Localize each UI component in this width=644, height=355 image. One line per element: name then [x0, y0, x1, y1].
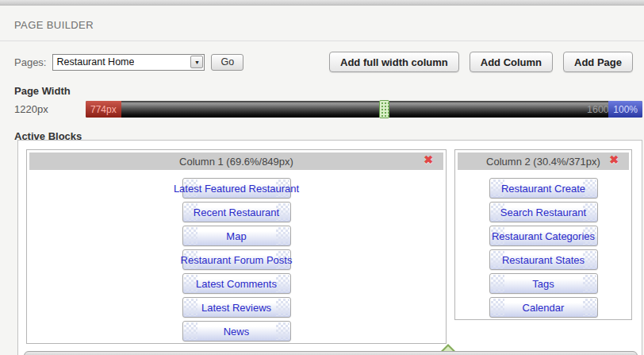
- block-label: Restaurant Forum Posts: [181, 254, 293, 266]
- block-latest-reviews[interactable]: Latest Reviews: [182, 297, 291, 318]
- pages-label: Pages:: [14, 56, 46, 68]
- page-width-label: Page Width: [14, 85, 644, 97]
- drag-grip-icon: [276, 322, 289, 340]
- current-page-width: 1220px: [14, 103, 86, 115]
- block-label: Latest Featured Restaurant: [174, 183, 299, 195]
- column-2-header: Column 2 (30.4%/371px)✖: [458, 152, 629, 170]
- drag-grip-icon: [491, 275, 504, 292]
- remove-column-icon[interactable]: ✖: [424, 154, 433, 165]
- drag-grip-icon: [184, 227, 197, 245]
- drag-grip-icon: [276, 227, 289, 245]
- block-label: Latest Reviews: [201, 302, 271, 314]
- block-label: Restaurant Create: [501, 183, 585, 195]
- block-label: Calendar: [523, 302, 565, 314]
- chevron-down-icon[interactable]: ▼: [190, 56, 203, 68]
- block-search-restaurant[interactable]: Search Restaurant: [489, 202, 598, 222]
- drag-grip-icon: [583, 251, 596, 268]
- block-calendar[interactable]: Calendar: [489, 297, 598, 318]
- page-width-slider-row: 1220px 774px 1600px 100%: [0, 101, 644, 118]
- drag-grip-icon: [276, 299, 289, 316]
- active-blocks-container: Column 1 (69.6%/849px)✖Latest Featured R…: [17, 140, 642, 355]
- drag-grip-icon: [184, 322, 197, 340]
- column-actions: Add full width column Add Column Add Pag…: [329, 52, 633, 72]
- pages-select[interactable]: Restaurant Home ▼: [52, 54, 205, 71]
- block-restaurant-forum-posts[interactable]: Restaurant Forum Posts: [182, 249, 291, 270]
- top-toolbar-strip: [0, 0, 644, 6]
- block-list: Latest Featured RestaurantRecent Restaur…: [29, 178, 443, 341]
- drag-grip-icon: [583, 275, 596, 292]
- block-restaurant-categories[interactable]: Restaurant Categories: [489, 226, 598, 246]
- block-label: News: [224, 326, 250, 338]
- column-1: Column 1 (69.6%/849px)✖Latest Featured R…: [26, 149, 447, 344]
- page-title: PAGE BUILDER: [14, 19, 644, 31]
- block-recent-restaurant[interactable]: Recent Restaurant: [182, 202, 291, 222]
- column-resize-bar[interactable]: [24, 351, 638, 355]
- add-column-button[interactable]: Add Column: [470, 52, 553, 72]
- percent-badge: 100%: [608, 101, 642, 118]
- drag-grip-icon: [491, 299, 504, 316]
- drag-grip-icon: [583, 299, 596, 316]
- block-latest-featured-restaurant[interactable]: Latest Featured Restaurant: [182, 178, 291, 199]
- drag-grip-icon: [184, 299, 197, 316]
- chevron-down-glyph: ▼: [194, 60, 200, 65]
- page-width-slider[interactable]: 774px 1600px 100%: [86, 101, 642, 118]
- block-label: Search Restaurant: [500, 206, 586, 218]
- block-tags[interactable]: Tags: [489, 273, 598, 294]
- block-restaurant-create[interactable]: Restaurant Create: [489, 178, 598, 199]
- add-full-width-column-button[interactable]: Add full width column: [329, 52, 459, 72]
- remove-column-icon[interactable]: ✖: [609, 154, 619, 165]
- column-1-header: Column 1 (69.6%/849px)✖: [29, 152, 443, 170]
- go-button[interactable]: Go: [211, 54, 243, 71]
- block-label: Restaurant States: [502, 254, 585, 266]
- block-label: Restaurant Categories: [492, 230, 595, 242]
- block-label: Latest Comments: [196, 278, 277, 290]
- block-list: Restaurant CreateSearch RestaurantRestau…: [458, 178, 629, 318]
- block-latest-comments[interactable]: Latest Comments: [182, 273, 291, 294]
- block-restaurant-states[interactable]: Restaurant States: [489, 249, 598, 270]
- add-page-button[interactable]: Add Page: [563, 52, 633, 72]
- page-builder-app: PAGE BUILDER Pages: Restaurant Home ▼ Go…: [0, 0, 644, 355]
- pages-select-value: Restaurant Home: [53, 56, 134, 68]
- block-map[interactable]: Map: [182, 226, 291, 246]
- column-title: Column 1 (69.6%/849px): [29, 156, 443, 168]
- column-divider-handle[interactable]: [441, 344, 455, 351]
- page-width-slider-handle[interactable]: [379, 100, 389, 118]
- drag-grip-icon: [184, 275, 197, 292]
- column-2: Column 2 (30.4%/371px)✖Restaurant Create…: [454, 149, 632, 320]
- pages-form: Pages: Restaurant Home ▼ Go: [14, 54, 243, 71]
- block-label: Tags: [532, 278, 554, 290]
- block-label: Map: [226, 230, 246, 242]
- min-width-badge: 774px: [86, 101, 121, 118]
- column-title: Column 2 (30.4%/371px): [458, 156, 629, 168]
- block-label: Recent Restaurant: [194, 206, 279, 218]
- block-news[interactable]: News: [182, 321, 291, 341]
- toolbar: Pages: Restaurant Home ▼ Go Add full wid…: [0, 41, 644, 72]
- drag-grip-icon: [276, 275, 289, 292]
